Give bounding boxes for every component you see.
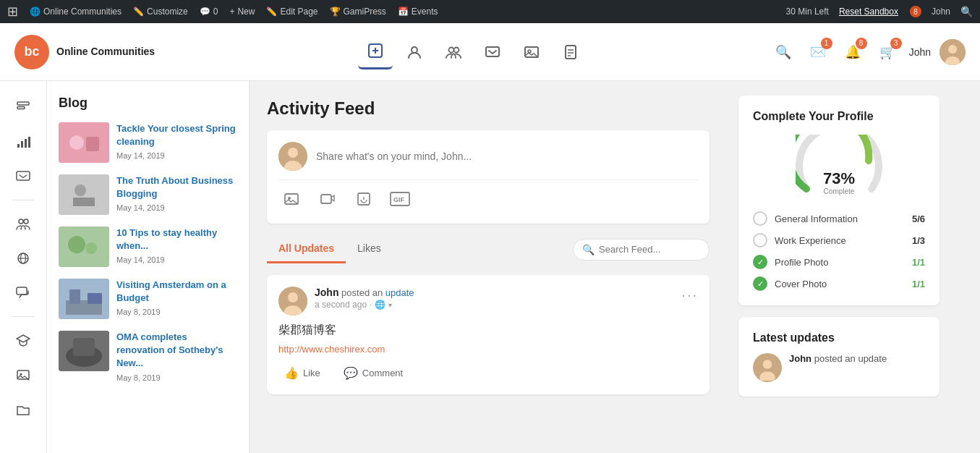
logo-circle: bc — [14, 35, 49, 69]
blog-thumb-3 — [59, 279, 109, 319]
new-icon: + — [229, 7, 234, 17]
profile-card-title: Complete Your Profile — [753, 110, 925, 123]
profile-item-score-3: 1/1 — [912, 279, 925, 289]
sidebar-divider-1 — [12, 200, 34, 200]
admin-new[interactable]: + New — [229, 7, 255, 17]
gif-upload-btn[interactable]: GIF — [387, 186, 413, 212]
cart-button[interactable]: 🛒 3 — [874, 39, 900, 65]
nav-messages[interactable] — [475, 35, 510, 69]
svg-point-23 — [19, 219, 23, 224]
admin-edit-page[interactable]: ✏️ Edit Page — [266, 7, 318, 17]
svg-rect-19 — [21, 141, 23, 148]
video-upload-btn[interactable] — [315, 186, 341, 212]
profile-item-1: Work Experience 1/3 — [753, 233, 925, 247]
main-nav — [176, 35, 770, 69]
nav-document[interactable] — [553, 35, 588, 69]
svg-rect-21 — [28, 137, 30, 148]
admin-events[interactable]: 📅 Events — [398, 7, 438, 17]
calendar-icon: 📅 — [398, 7, 409, 17]
customize-icon: ✏️ — [133, 7, 144, 17]
svg-point-31 — [20, 373, 22, 376]
blog-meta-3: Visiting Amsterdam on a Budget May 8, 20… — [116, 279, 237, 316]
svg-rect-6 — [486, 47, 499, 56]
logo-area[interactable]: bc Online Communities — [14, 35, 155, 69]
photo-upload-btn[interactable] — [278, 186, 304, 212]
latest-item-0: John posted an update — [753, 353, 925, 382]
like-btn-0[interactable]: 👍 Like — [278, 363, 326, 383]
profile-item-score-1: 1/3 — [912, 235, 925, 246]
admin-online-communities[interactable]: 🌐 Online Communities — [30, 7, 122, 17]
blog-item-title-0[interactable]: Tackle Your closest Spring cleaning — [116, 122, 237, 148]
svg-point-49 — [288, 148, 298, 158]
search-button[interactable]: 🔍 — [770, 39, 796, 65]
admin-search-icon[interactable]: 🔍 — [960, 6, 973, 17]
post-username-0[interactable]: John — [315, 287, 338, 298]
blog-item-4[interactable]: OMA completes renovation of Sotheby's Ne… — [59, 331, 237, 382]
sidebar-icon-gallery[interactable] — [9, 360, 38, 389]
profile-donut-svg: 73% Complete — [796, 135, 882, 200]
svg-point-62 — [763, 360, 772, 369]
admin-customize[interactable]: ✏️ Customize — [133, 7, 188, 17]
sidebar-icon-stats[interactable] — [9, 127, 38, 156]
sidebar-icon-messages[interactable] — [9, 162, 38, 191]
blog-item-3[interactable]: Visiting Amsterdam on a Budget May 8, 20… — [59, 279, 237, 319]
wp-logo-icon[interactable]: ⊞ — [7, 4, 18, 20]
post-more-btn-0[interactable]: ··· — [681, 287, 698, 303]
post-action-link-0[interactable]: update — [385, 287, 414, 298]
nav-group[interactable] — [436, 35, 471, 69]
messages-button[interactable]: ✉️ 1 — [805, 39, 831, 65]
sidebar-icon-communities[interactable] — [9, 244, 38, 273]
nav-media[interactable] — [514, 35, 549, 69]
nav-add-post[interactable] — [358, 35, 393, 69]
sidebar-icon-user[interactable] — [9, 93, 38, 122]
sidebar-icon-groups[interactable] — [9, 209, 38, 238]
sidebar-icon-graduation[interactable] — [9, 326, 38, 355]
profile-item-3: ✓ Cover Photo 1/1 — [753, 276, 925, 291]
admin-bar: ⊞ 🌐 Online Communities ✏️ Customize 💬 0 … — [0, 0, 980, 23]
sidebar-icon-chat[interactable] — [9, 279, 38, 308]
svg-rect-28 — [17, 287, 27, 295]
svg-rect-53 — [321, 195, 331, 203]
notifications-button[interactable]: 🔔 8 — [840, 39, 866, 65]
blog-item-2[interactable]: 10 Tips to stay healthy when... May 14, … — [59, 226, 237, 267]
svg-rect-34 — [86, 137, 99, 151]
blog-item-title-2[interactable]: 10 Tips to stay healthy when... — [116, 226, 237, 253]
latest-avatar-0 — [753, 353, 782, 382]
reset-sandbox-link[interactable]: Reset Sandbox — [839, 7, 898, 17]
sidebar-icon-folder[interactable] — [9, 395, 38, 424]
svg-point-4 — [449, 47, 454, 52]
main-content: Activity Feed GIF — [250, 81, 727, 453]
post-dropdown-0[interactable]: ▾ — [388, 301, 392, 309]
nav-user-profile[interactable] — [397, 35, 432, 69]
audio-upload-btn[interactable] — [351, 186, 377, 212]
blog-item-1[interactable]: The Truth About Business Blogging May 14… — [59, 174, 237, 215]
admin-right: 30 Min Left Reset Sandbox 8 John 🔍 — [786, 6, 973, 17]
edit-icon: ✏️ — [266, 7, 277, 17]
svg-rect-16 — [17, 102, 29, 105]
blog-item-0[interactable]: Tackle Your closest Spring cleaning May … — [59, 122, 237, 163]
svg-marker-29 — [17, 335, 30, 342]
admin-comments[interactable]: 💬 0 — [200, 7, 218, 17]
comment-btn-0[interactable]: 💬 Comment — [338, 363, 409, 383]
donut-complete-text: Complete — [824, 187, 855, 195]
blog-thumb-0 — [59, 122, 109, 163]
blog-item-title-1[interactable]: The Truth About Business Blogging — [116, 174, 237, 200]
blog-item-title-4[interactable]: OMA completes renovation of Sotheby's Ne… — [116, 331, 237, 371]
logo-text: Online Communities — [56, 45, 155, 58]
blog-item-title-3[interactable]: Visiting Amsterdam on a Budget — [116, 279, 237, 305]
post-user-info-0: John posted an update a second ago · 🌐 ▾ — [315, 287, 414, 310]
admin-gamipress[interactable]: 🏆 GamiPress — [330, 7, 386, 17]
user-avatar[interactable] — [939, 39, 966, 65]
post-link-0[interactable]: http://www.cheshirex.com — [278, 344, 698, 355]
svg-point-24 — [24, 219, 28, 224]
blog-sidebar: Blog Tackle Your closest Spring cleaning… — [47, 81, 250, 453]
feed-search: 🔍 — [573, 239, 710, 261]
post-input[interactable] — [316, 151, 698, 162]
tab-all-updates[interactable]: All Updates — [267, 235, 346, 263]
tab-likes[interactable]: Likes — [346, 235, 393, 263]
feed-search-input[interactable] — [599, 244, 700, 255]
activity-post-user-0: John posted an update a second ago · 🌐 ▾ — [278, 287, 414, 316]
svg-rect-17 — [17, 107, 25, 109]
post-actions: GIF — [278, 179, 698, 212]
blog-meta-4: OMA completes renovation of Sotheby's Ne… — [116, 331, 237, 382]
